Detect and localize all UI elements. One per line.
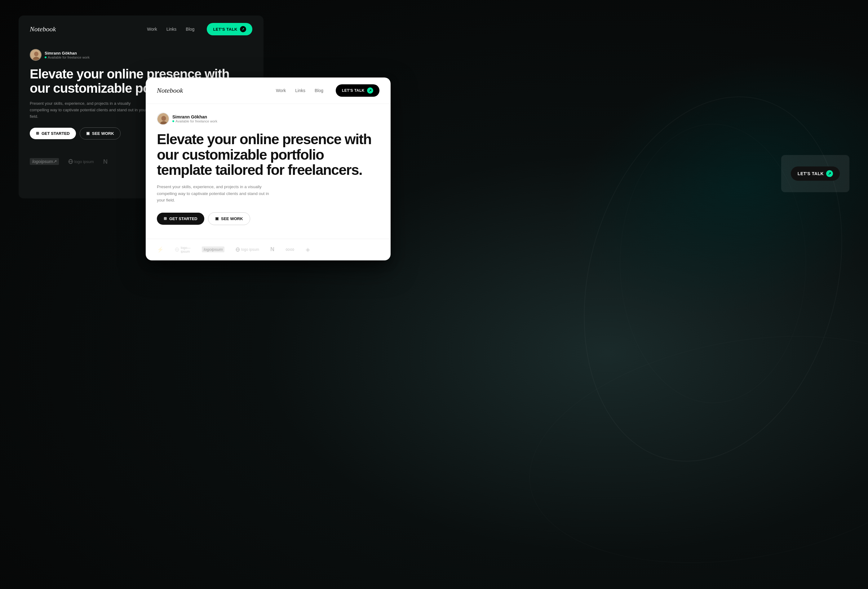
light-logo-item-1: ⚡	[157, 246, 164, 253]
light-subtext: Present your skills, experience, and pro…	[157, 183, 272, 204]
dark-get-started-label: GET STARTED	[41, 131, 70, 136]
light-logo[interactable]: Notebook	[157, 87, 264, 94]
light-author-name: Simrann Gökhan	[172, 114, 217, 120]
dark-nav-links[interactable]: Links	[167, 27, 177, 32]
light-calendar-icon: ⊞	[164, 216, 167, 221]
light-see-work-button[interactable]: ▣ SEE WORK	[208, 213, 250, 225]
light-nav-blog[interactable]: Blog	[314, 88, 323, 93]
dark-avatar	[30, 49, 41, 61]
dark-author-name: Simrann Gökhan	[45, 51, 90, 56]
dark-author-info: Simrann Gökhan Available for freelance w…	[45, 51, 90, 59]
light-nav-links: Work Links Blog	[276, 88, 323, 93]
dark-logo[interactable]: Notebook	[30, 25, 134, 33]
light-avatar	[157, 112, 169, 125]
light-logo-item-5: N	[270, 246, 275, 252]
right-arrow-icon: ↗	[826, 170, 833, 177]
dark-lets-talk-label: LET'S TALK	[213, 27, 238, 32]
dark-monitor-icon: ▣	[86, 131, 90, 136]
light-logos-section: ⚡ logo—ipsum logoipsum logo ipsum N ∞∞ ◈	[146, 239, 391, 260]
light-arrow-icon: ↗	[367, 87, 373, 94]
light-nav-work[interactable]: Work	[276, 88, 286, 93]
light-logo-item-3: logoipsum	[202, 247, 224, 252]
dark-see-work-label: SEE WORK	[92, 131, 114, 136]
dark-calendar-icon: ⊞	[36, 131, 39, 136]
light-lets-talk-button[interactable]: LET'S TALK ↗	[336, 84, 379, 97]
light-avatar-row: Simrann Gökhan Available for freelance w…	[157, 112, 379, 125]
dark-avatar-row: Simrann Gökhan Available for freelance w…	[30, 49, 252, 61]
dark-arrow-icon: ↗	[240, 26, 246, 32]
dark-see-work-button[interactable]: ▣ SEE WORK	[80, 127, 121, 140]
right-lets-talk-label: LET'S TALK	[798, 171, 824, 176]
dark-nav-links: Work Links Blog	[147, 27, 194, 32]
right-cta-hint: LET'S TALK ↗	[781, 155, 849, 192]
dark-logo-1: logoipsum↗	[30, 158, 59, 165]
light-navbar: Notebook Work Links Blog LET'S TALK ↗	[146, 78, 391, 104]
light-card: Notebook Work Links Blog LET'S TALK ↗	[146, 78, 391, 260]
svg-point-1	[34, 52, 38, 56]
light-monitor-icon: ▣	[215, 216, 218, 221]
light-author-status: Available for freelance work	[172, 120, 217, 123]
dark-status-dot	[45, 56, 46, 58]
dark-navbar: Notebook Work Links Blog LET'S TALK ↗	[19, 16, 264, 43]
dark-lets-talk-button[interactable]: LET'S TALK ↗	[207, 23, 252, 35]
dark-avatar-face	[30, 49, 41, 61]
light-nav-links-item[interactable]: Links	[295, 88, 306, 93]
svg-point-7	[161, 116, 166, 121]
dark-logo-3: N	[103, 158, 108, 165]
light-logo-item-6: ∞∞	[285, 246, 294, 253]
dark-author-status: Available for freelance work	[45, 56, 90, 59]
light-cta-row: ⊞ GET STARTED ▣ SEE WORK	[157, 213, 379, 225]
dark-subtext: Present your skills, experience, and pro…	[30, 100, 148, 120]
light-status-text: Available for freelance work	[176, 120, 217, 123]
light-hero: Simrann Gökhan Available for freelance w…	[146, 104, 391, 225]
light-get-started-button[interactable]: ⊞ GET STARTED	[157, 213, 204, 225]
dark-nav-blog[interactable]: Blog	[186, 27, 194, 32]
light-headline: Elevate your online presence with our cu…	[157, 132, 379, 178]
dark-logo-2: logo ipsum	[68, 159, 94, 164]
light-logo-item-4: logo ipsum	[236, 247, 259, 252]
dark-nav-work[interactable]: Work	[147, 27, 157, 32]
light-author-info: Simrann Gökhan Available for freelance w…	[172, 114, 217, 123]
light-status-dot	[172, 120, 174, 122]
light-see-work-label: SEE WORK	[221, 216, 243, 221]
light-logo-item-2: logo—ipsum	[175, 246, 190, 253]
dark-get-started-button[interactable]: ⊞ GET STARTED	[30, 128, 76, 139]
light-logo-item-7: ◈	[306, 246, 310, 253]
light-get-started-label: GET STARTED	[169, 216, 198, 221]
light-avatar-face	[158, 113, 169, 125]
right-lets-talk-button[interactable]: LET'S TALK ↗	[791, 167, 840, 181]
dark-status-text: Available for freelance work	[48, 56, 90, 59]
light-lets-talk-label: LET'S TALK	[342, 89, 365, 93]
